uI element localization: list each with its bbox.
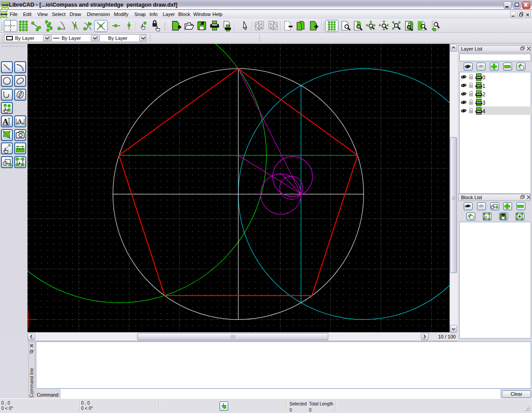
svg-text:A: A <box>3 117 9 126</box>
svg-text:Command line: Command line <box>29 368 34 397</box>
svg-text:A: A <box>18 118 22 124</box>
